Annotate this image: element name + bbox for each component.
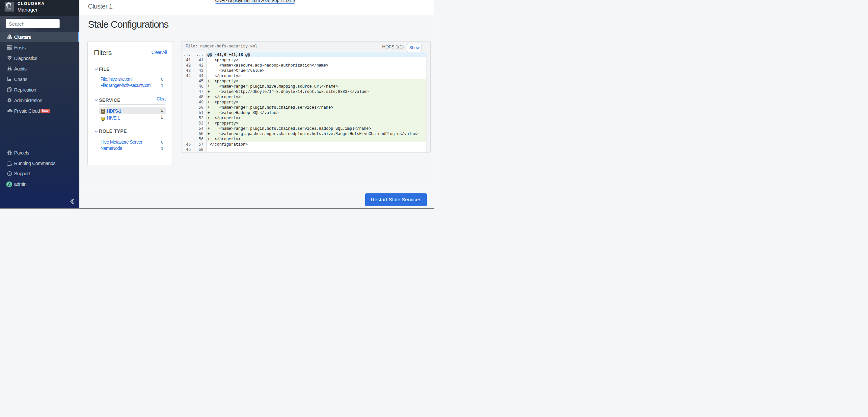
svg-text:?: ? — [8, 172, 10, 175]
